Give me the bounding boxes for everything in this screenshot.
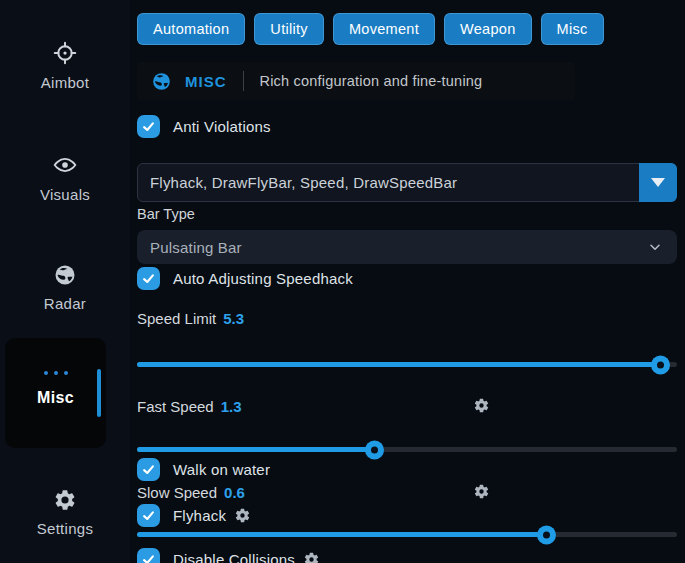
bar-type-select[interactable]: Pulsating Bar <box>137 230 677 264</box>
sidebar-item-label: Visuals <box>40 186 90 203</box>
slider-handle[interactable] <box>537 525 556 544</box>
slider-value: 1.3 <box>221 398 242 415</box>
tab-weapon[interactable]: Weapon <box>444 13 532 45</box>
disable-collisions-checkbox-row[interactable]: Disable Collisions <box>137 548 677 563</box>
gear-icon <box>53 488 77 512</box>
fast-speed-slider[interactable] <box>137 439 677 459</box>
checkbox-checked-icon[interactable] <box>137 267 160 290</box>
ellipsis-icon <box>5 371 106 375</box>
bar-type-label: Bar Type <box>137 206 677 222</box>
gear-icon[interactable] <box>234 507 251 524</box>
slider-fill <box>137 532 547 537</box>
slider-value: 5.3 <box>223 310 244 327</box>
section-subtitle: Rich configuration and fine-tuning <box>260 73 483 89</box>
checkbox-checked-icon[interactable] <box>137 115 160 138</box>
sidebar-item-label: Misc <box>5 389 106 407</box>
flyhack-checkbox-row[interactable]: Flyhack <box>137 504 677 527</box>
tab-movement[interactable]: Movement <box>333 13 435 45</box>
slider-label: Slow Speed <box>137 484 217 501</box>
fast-speed-label-row: Fast Speed 1.3 <box>137 398 677 415</box>
tab-automation[interactable]: Automation <box>137 13 245 45</box>
checkbox-checked-icon[interactable] <box>137 504 160 527</box>
gear-icon[interactable] <box>303 551 320 563</box>
section-title: MISC <box>185 73 227 90</box>
checkbox-label: Disable Collisions <box>173 551 295 563</box>
globe-icon <box>151 71 172 92</box>
sidebar-item-label: Aimbot <box>41 74 90 91</box>
bar-flags-multiselect[interactable]: Flyhack, DrawFlyBar, Speed, DrawSpeedBar <box>137 163 677 202</box>
tab-misc[interactable]: Misc <box>541 13 604 45</box>
sidebar-item-settings[interactable]: Settings <box>0 488 130 538</box>
checkbox-label: Auto Adjusting Speedhack <box>173 270 353 287</box>
active-indicator <box>97 369 101 417</box>
multiselect-value: Flyhack, DrawFlyBar, Speed, DrawSpeedBar <box>138 174 639 191</box>
slider-fill <box>137 362 661 367</box>
checkbox-label: Anti Violations <box>173 118 271 135</box>
eye-icon <box>52 152 78 178</box>
checkbox-label: Flyhack <box>173 507 226 524</box>
divider <box>243 71 244 91</box>
sidebar-item-label: Settings <box>37 520 94 537</box>
slider-label: Fast Speed <box>137 398 214 415</box>
sidebar-item-visuals[interactable]: Visuals <box>0 152 130 204</box>
sidebar-item-label: Radar <box>44 295 86 312</box>
sidebar-item-aimbot[interactable]: Aimbot <box>0 40 130 92</box>
multiselect-dropdown-button[interactable] <box>639 163 677 202</box>
checkbox-checked-icon[interactable] <box>137 548 160 563</box>
slow-speed-label-row: Slow Speed 0.6 <box>137 484 677 501</box>
slider-handle[interactable] <box>651 355 670 374</box>
chevron-down-icon <box>647 239 663 255</box>
anti-violations-checkbox-row[interactable]: Anti Violations <box>137 115 677 138</box>
tab-bar: Automation Utility Movement Weapon Misc <box>137 13 677 45</box>
tab-utility[interactable]: Utility <box>254 13 324 45</box>
slow-speed-slider[interactable] <box>137 524 677 544</box>
select-value: Pulsating Bar <box>137 239 647 256</box>
speed-limit-label-row: Speed Limit 5.3 <box>137 310 677 327</box>
slider-label: Speed Limit <box>137 310 216 327</box>
gear-icon[interactable] <box>473 483 490 500</box>
gear-icon[interactable] <box>473 397 490 414</box>
speed-limit-slider[interactable] <box>137 354 677 374</box>
globe-icon <box>53 263 77 287</box>
slider-fill <box>137 447 375 452</box>
crosshair-icon <box>52 40 78 66</box>
sidebar-item-misc[interactable]: Misc <box>5 338 106 448</box>
triangle-down-icon <box>651 178 665 187</box>
walk-on-water-checkbox-row[interactable]: Walk on water <box>137 458 677 481</box>
checkbox-label: Walk on water <box>173 461 270 478</box>
sidebar: Aimbot Visuals Radar Misc <box>0 0 130 563</box>
sidebar-item-radar[interactable]: Radar <box>0 263 130 313</box>
section-header: MISC Rich configuration and fine-tuning <box>137 62 575 100</box>
checkbox-checked-icon[interactable] <box>137 458 160 481</box>
slider-value: 0.6 <box>224 484 245 501</box>
main-panel: Automation Utility Movement Weapon Misc … <box>137 0 677 563</box>
slider-handle[interactable] <box>365 440 384 459</box>
auto-adjust-checkbox-row[interactable]: Auto Adjusting Speedhack <box>137 267 677 290</box>
